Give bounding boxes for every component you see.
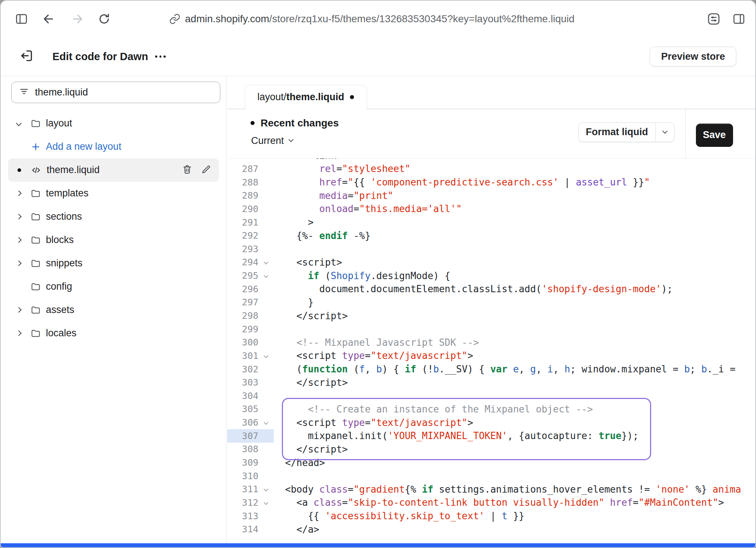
code-line-287[interactable]: 287 rel="stylesheet" — [227, 162, 756, 176]
sidebar-item-sections[interactable]: sections — [8, 205, 219, 228]
code-text: <a class="skip-to-content-link button vi… — [274, 497, 724, 508]
code-line-314[interactable]: 314 </a> — [227, 522, 756, 536]
code-line-305[interactable]: 305 <!-- Create an instance of the Mixpa… — [227, 403, 756, 416]
more-options-button[interactable] — [155, 55, 166, 58]
code-line-311[interactable]: 311 <body class="gradient{% if settings.… — [227, 483, 756, 496]
line-number: 310 — [227, 469, 259, 483]
code-editor[interactable]: 286 <link287 rel="stylesheet"288 href="{… — [227, 158, 756, 544]
code-line-309[interactable]: 309 </head> — [227, 456, 756, 469]
code-line-303[interactable]: 303 </script> — [227, 376, 756, 389]
code-line-301[interactable]: 301 <script type="text/javascript"> — [227, 349, 756, 363]
line-number: 313 — [227, 509, 259, 523]
back-icon[interactable] — [42, 12, 55, 26]
code-line-310[interactable]: 310 — [227, 469, 756, 483]
sidebar-item-layout[interactable]: layout — [8, 112, 219, 135]
edit-icon[interactable] — [201, 164, 212, 176]
code-line-307[interactable]: 307 mixpanel.init('YOUR_MIXPANEL_TOKEN',… — [227, 429, 756, 443]
exit-editor-icon[interactable] — [19, 48, 34, 65]
fold-spacer — [259, 296, 274, 309]
code-text: href="{{ 'component-predictive-search.cs… — [274, 177, 650, 188]
sidebar-item-assets[interactable]: assets — [8, 298, 219, 322]
code-line-298[interactable]: 298 </script> — [227, 309, 756, 322]
file-search[interactable] — [11, 82, 220, 103]
split-view-icon[interactable] — [732, 12, 746, 26]
code-line-286[interactable]: 286 <link — [227, 158, 756, 163]
fold-chevron-icon[interactable] — [259, 496, 274, 509]
format-liquid-label: Format liquid — [586, 126, 648, 138]
sidebar-item-locales[interactable]: locales — [8, 322, 219, 345]
code-line-304[interactable]: 304 — [227, 389, 756, 403]
format-options-toggle[interactable] — [655, 123, 667, 142]
code-line-312[interactable]: 312 <a class="skip-to-content-link butto… — [227, 496, 756, 509]
code-line-297[interactable]: 297 } — [227, 296, 756, 309]
code-line-291[interactable]: 291 > — [227, 216, 756, 229]
code-line-302[interactable]: 302 (function (f, b) { if (!b.__SV) { va… — [227, 363, 756, 376]
code-line-299[interactable]: 299 — [227, 322, 756, 336]
line-number: 303 — [227, 376, 259, 389]
code-line-294[interactable]: 294 <script> — [227, 256, 756, 269]
line-number: 291 — [227, 216, 259, 229]
chevron-right-icon[interactable] — [16, 214, 22, 220]
chevron-right-icon[interactable] — [16, 330, 22, 336]
fold-chevron-icon[interactable] — [259, 416, 274, 429]
fold-chevron-icon[interactable] — [259, 269, 274, 282]
code-line-300[interactable]: 300 <!-- Mixpanel Javascript SDK --> — [227, 336, 756, 349]
code-line-306[interactable]: 306 <script type="text/javascript"> — [227, 416, 756, 429]
sidebar-item-blocks[interactable]: blocks — [8, 228, 219, 252]
sidebar-item-templates[interactable]: templates — [8, 182, 219, 205]
code-text: mixpanel.init('YOUR_MIXPANEL_TOKEN', {au… — [274, 430, 639, 441]
fold-spacer — [259, 229, 274, 242]
format-liquid-button[interactable]: Format liquid — [578, 122, 674, 142]
sidebar-item-snippets[interactable]: snippets — [8, 252, 219, 275]
fold-spacer — [259, 403, 274, 416]
tab-theme-liquid[interactable]: layout/theme.liquid — [245, 85, 367, 109]
sidebar-action-add-layout[interactable]: Add a new layout — [8, 135, 219, 158]
chevron-right-icon[interactable] — [16, 191, 22, 196]
code-line-313[interactable]: 313 {{ 'accessibility.skip_to_text' | t … — [227, 509, 756, 523]
sidebar-file-theme-liquid[interactable]: theme.liquid — [8, 158, 219, 182]
code-line-293[interactable]: 293 — [227, 242, 756, 256]
sidebar-item-config[interactable]: config — [8, 275, 219, 298]
code-line-288[interactable]: 288 href="{{ 'component-predictive-searc… — [227, 176, 756, 189]
fold-chevron-icon[interactable] — [259, 349, 274, 363]
fold-chevron-icon[interactable] — [259, 483, 274, 496]
code-text: onload="this.media='all'" — [274, 203, 462, 214]
plus-icon — [31, 142, 41, 152]
forward-icon[interactable] — [71, 12, 84, 26]
delete-icon[interactable] — [182, 164, 193, 176]
reload-icon[interactable] — [98, 12, 111, 26]
code-text: <!-- Mixpanel Javascript SDK --> — [274, 337, 479, 348]
toolbar-divider — [685, 109, 686, 158]
line-number: 292 — [227, 229, 259, 242]
line-number: 294 — [227, 256, 259, 269]
chevron-right-icon[interactable] — [16, 237, 22, 243]
extensions-icon[interactable] — [706, 12, 721, 26]
version-selector[interactable]: Current — [251, 135, 293, 146]
code-line-290[interactable]: 290 onload="this.media='all'" — [227, 202, 756, 216]
line-number: 309 — [227, 456, 259, 469]
chevron-down-icon[interactable] — [16, 121, 22, 126]
chevron-right-icon[interactable] — [16, 307, 22, 313]
url-bar[interactable]: admin.shopify.com/store/rzq1xu-f5/themes… — [185, 1, 575, 37]
code-line-308[interactable]: 308 </script> — [227, 443, 756, 456]
code-line-289[interactable]: 289 media="print" — [227, 189, 756, 202]
line-number: 311 — [227, 483, 259, 496]
line-number: 308 — [227, 443, 259, 456]
code-line-296[interactable]: 296 document.documentElement.classList.a… — [227, 282, 756, 296]
code-line-292[interactable]: 292 {%- endif -%} — [227, 229, 756, 242]
fold-chevron-icon[interactable] — [259, 256, 274, 269]
editor-toolbar: Recent changes Current Format liquid Sav… — [227, 109, 756, 158]
sidebar-toggle-icon[interactable] — [15, 12, 28, 26]
file-search-input[interactable] — [35, 87, 213, 98]
code-line-295[interactable]: 295 if (Shopify.designMode) { — [227, 269, 756, 282]
chevron-right-icon[interactable] — [16, 261, 22, 266]
line-number: 306 — [227, 416, 259, 429]
line-number: 304 — [227, 389, 259, 403]
fold-spacer — [259, 202, 274, 216]
file-sidebar: layoutAdd a new layouttheme.liquidtempla… — [1, 77, 227, 544]
code-text: {{ 'accessibility.skip_to_text' | t }} — [274, 510, 525, 521]
preview-store-button[interactable]: Preview store — [650, 47, 736, 66]
save-button[interactable]: Save — [696, 124, 733, 147]
sidebar-item-label: theme.liquid — [47, 164, 100, 176]
line-number: 302 — [227, 363, 259, 376]
